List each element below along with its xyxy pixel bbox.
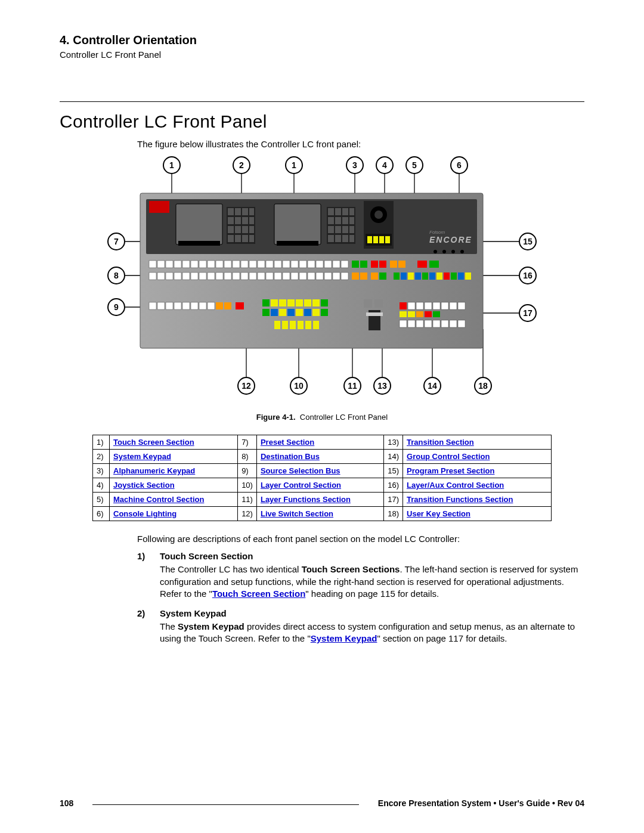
legend-link[interactable]: Destination Bus: [261, 452, 320, 461]
legend-cell: Transition Section: [403, 435, 552, 450]
legend-link[interactable]: Preset Section: [261, 438, 314, 447]
svg-point-62: [374, 210, 383, 219]
chapter-heading: 4. Controller Orientation: [60, 33, 584, 47]
callout-8: 8: [107, 267, 125, 284]
legend-link[interactable]: Layer/Aux Control Section: [407, 481, 504, 490]
legend-link[interactable]: Console Lighting: [113, 509, 177, 518]
svg-rect-192: [425, 311, 432, 317]
svg-rect-85: [249, 261, 256, 268]
svg-rect-100: [379, 261, 386, 268]
svg-rect-193: [433, 311, 440, 317]
svg-rect-145: [157, 302, 165, 309]
svg-point-71: [460, 250, 464, 253]
svg-rect-21: [149, 201, 169, 213]
descriptions-intro: Following are descriptions of each front…: [137, 533, 584, 545]
svg-rect-42: [277, 241, 318, 246]
svg-rect-162: [321, 299, 328, 306]
desc-item-2-body: The System Keypad provides direct access…: [160, 621, 584, 645]
legend-link[interactable]: Source Selection Bus: [261, 466, 340, 475]
svg-rect-106: [157, 272, 165, 280]
legend-num: 15): [384, 464, 403, 478]
page-footer: 108 Encore Presentation System • User's …: [60, 798, 584, 808]
svg-rect-168: [304, 309, 311, 316]
svg-rect-105: [149, 272, 156, 280]
svg-rect-86: [258, 261, 265, 268]
legend-link[interactable]: Live Switch Section: [261, 509, 333, 518]
svg-rect-58: [342, 235, 348, 242]
desc-item-1-heading: 1) Touch Screen Section: [137, 551, 584, 561]
svg-rect-173: [290, 321, 296, 329]
legend-link[interactable]: Machine Control Section: [113, 495, 204, 504]
legend-num: 9): [238, 464, 257, 478]
legend-cell: Machine Control Section: [110, 493, 238, 507]
legend-link[interactable]: User Key Section: [407, 509, 470, 518]
svg-rect-45: [335, 208, 341, 215]
callout-10: 10: [290, 377, 308, 395]
svg-rect-125: [316, 272, 323, 280]
svg-rect-96: [341, 261, 348, 268]
svg-rect-55: [349, 226, 354, 233]
callout-13: 13: [373, 377, 391, 395]
svg-rect-92: [308, 261, 315, 268]
callout-17: 17: [519, 304, 537, 322]
svg-rect-137: [422, 272, 428, 280]
legend-link[interactable]: Joystick Section: [113, 481, 175, 490]
legend-num: 12): [238, 507, 257, 521]
svg-rect-40: [249, 235, 254, 242]
svg-rect-36: [249, 226, 254, 233]
svg-rect-94: [324, 261, 332, 268]
legend-link[interactable]: Layer Functions Section: [261, 495, 351, 504]
svg-rect-82: [224, 261, 231, 268]
svg-rect-99: [371, 261, 378, 268]
legend-row: 4)Joystick Section10)Layer Control Secti…: [93, 478, 552, 493]
svg-rect-31: [242, 217, 248, 224]
legend-link[interactable]: System Keypad: [113, 452, 171, 461]
svg-rect-150: [199, 302, 206, 309]
svg-rect-174: [298, 321, 304, 329]
legend-cell: Joystick Section: [110, 478, 238, 493]
link-touch-screen-section[interactable]: Touch Screen Section: [212, 589, 305, 599]
svg-rect-67: [385, 236, 390, 243]
svg-rect-118: [258, 272, 265, 280]
svg-rect-143: [465, 272, 471, 280]
callout-7: 7: [107, 233, 125, 250]
legend-link[interactable]: Alphanumeric Keypad: [113, 466, 195, 475]
callout-2: 2: [233, 156, 250, 174]
panel-svg: Folsom ENCORE: [107, 156, 537, 407]
section-title: Controller LC Front Panel: [60, 112, 584, 132]
svg-rect-120: [274, 272, 281, 280]
svg-rect-157: [279, 299, 286, 306]
svg-rect-154: [236, 302, 244, 309]
svg-rect-78: [191, 261, 198, 268]
svg-rect-34: [235, 226, 241, 233]
link-system-keypad[interactable]: System Keypad: [311, 633, 377, 643]
svg-rect-156: [271, 299, 278, 306]
legend-link[interactable]: Touch Screen Section: [113, 438, 194, 447]
svg-rect-52: [328, 226, 334, 233]
svg-rect-138: [429, 272, 435, 280]
svg-rect-29: [228, 217, 234, 224]
figure-caption-text: Controller LC Front Panel: [300, 413, 388, 422]
svg-rect-176: [313, 321, 319, 329]
svg-rect-142: [458, 272, 464, 280]
svg-rect-199: [441, 320, 448, 327]
legend-link[interactable]: Transition Section: [407, 438, 474, 447]
svg-rect-49: [335, 217, 341, 224]
legend-link[interactable]: Layer Control Section: [261, 481, 341, 490]
svg-rect-182: [408, 302, 415, 309]
page: 4. Controller Orientation Controller LC …: [0, 0, 644, 833]
callout-3: 3: [346, 156, 364, 174]
svg-rect-136: [415, 272, 421, 280]
legend-link[interactable]: Transition Functions Section: [407, 495, 513, 504]
legend-row: 5)Machine Control Section11)Layer Functi…: [93, 493, 552, 507]
chapter-subtitle: Controller LC Front Panel: [60, 49, 584, 60]
legend-cell: System Keypad: [110, 450, 238, 464]
svg-rect-35: [242, 226, 248, 233]
svg-rect-74: [157, 261, 165, 268]
callout-14: 14: [423, 377, 441, 395]
svg-rect-32: [249, 217, 254, 224]
legend-link[interactable]: Program Preset Section: [407, 466, 494, 475]
svg-rect-166: [287, 309, 295, 316]
svg-rect-131: [371, 272, 378, 280]
legend-link[interactable]: Group Control Section: [407, 452, 490, 461]
